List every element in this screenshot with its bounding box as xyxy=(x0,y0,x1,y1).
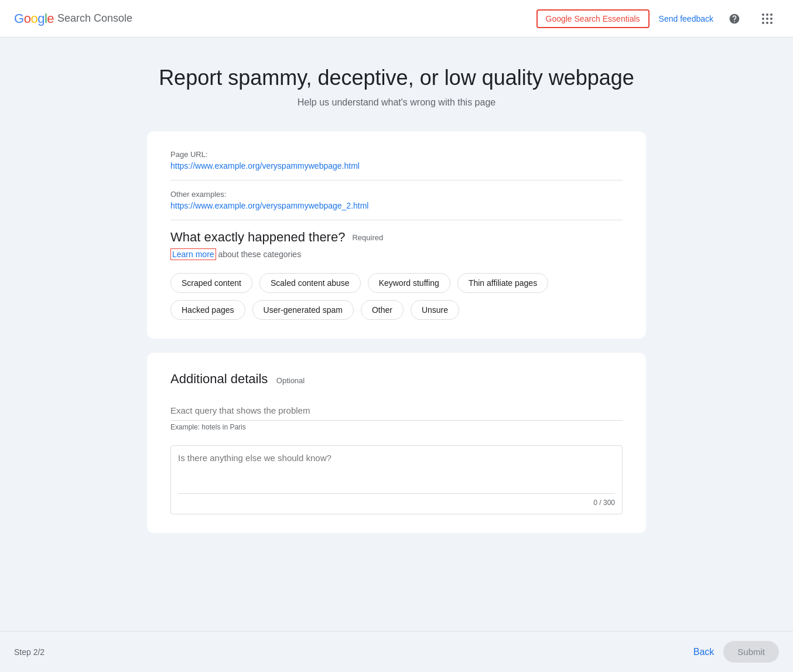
footer: Step 2/2 Back Submit xyxy=(0,631,793,672)
additional-details-title: Additional details xyxy=(170,371,268,386)
header: Google Search Console Google Search Esse… xyxy=(0,0,793,37)
query-field-wrap: Example: hotels in Paris xyxy=(170,401,623,431)
char-count: 0 / 300 xyxy=(178,499,615,507)
section-title: What exactly happened there? xyxy=(170,230,345,245)
submit-button[interactable]: Submit xyxy=(723,641,779,663)
google-logo: Google xyxy=(14,11,54,26)
back-button[interactable]: Back xyxy=(693,647,715,657)
about-text: about these categories xyxy=(218,250,301,259)
header-actions: Google Search Essentials Send feedback xyxy=(536,7,780,30)
chip-hacked-pages[interactable]: Hacked pages xyxy=(170,300,245,320)
chip-keyword-stuffing[interactable]: Keyword stuffing xyxy=(368,273,450,293)
help-icon xyxy=(729,13,740,25)
what-happened-header: What exactly happened there? Required xyxy=(170,230,623,245)
logo-link[interactable]: Google Search Console xyxy=(14,11,132,26)
details-textarea[interactable] xyxy=(178,453,615,494)
chip-user-generated-spam[interactable]: User-generated spam xyxy=(252,300,354,320)
main-content: Report spammy, deceptive, or low quality… xyxy=(133,37,660,594)
chip-unsure[interactable]: Unsure xyxy=(411,300,459,320)
url-card: Page URL: https://www.example.org/verysp… xyxy=(147,131,646,339)
footer-buttons: Back Submit xyxy=(693,641,779,663)
chip-scaled-content-abuse[interactable]: Scaled content abuse xyxy=(259,273,361,293)
page-title: Report spammy, deceptive, or low quality… xyxy=(147,66,646,90)
optional-badge: Optional xyxy=(276,376,305,385)
other-examples-label: Other examples: xyxy=(170,190,623,199)
chip-scraped-content[interactable]: Scraped content xyxy=(170,273,252,293)
page-url-label: Page URL: xyxy=(170,150,623,159)
page-url-field: Page URL: https://www.example.org/verysp… xyxy=(170,150,623,170)
send-feedback-button[interactable]: Send feedback xyxy=(659,14,713,23)
apps-grid-icon xyxy=(762,13,773,24)
apps-icon-button[interactable] xyxy=(756,7,779,30)
query-hint: Example: hotels in Paris xyxy=(170,423,623,431)
learn-more-link[interactable]: Learn more xyxy=(170,248,216,260)
additional-details-header: Additional details Optional xyxy=(170,371,623,387)
additional-details-card: Additional details Optional Example: hot… xyxy=(147,353,646,533)
help-icon-button[interactable] xyxy=(723,7,746,30)
learn-more-line: Learn more about these categories xyxy=(170,250,623,259)
divider-2 xyxy=(170,220,623,220)
gse-button[interactable]: Google Search Essentials xyxy=(536,9,650,28)
page-url-value: https://www.example.org/veryspammywebpag… xyxy=(170,161,623,170)
step-indicator: Step 2/2 xyxy=(14,647,45,657)
textarea-wrap: 0 / 300 xyxy=(170,445,623,514)
app-name: Search Console xyxy=(57,12,132,25)
chips-container: Scraped content Scaled content abuse Key… xyxy=(170,273,623,320)
chip-other[interactable]: Other xyxy=(361,300,404,320)
query-input[interactable] xyxy=(170,401,623,421)
page-subtitle: Help us understand what's wrong with thi… xyxy=(147,97,646,108)
other-examples-field: Other examples: https://www.example.org/… xyxy=(170,190,623,210)
divider-1 xyxy=(170,180,623,180)
other-examples-value: https://www.example.org/veryspammywebpag… xyxy=(170,201,623,210)
chip-thin-affiliate-pages[interactable]: Thin affiliate pages xyxy=(457,273,548,293)
required-badge: Required xyxy=(352,233,383,242)
